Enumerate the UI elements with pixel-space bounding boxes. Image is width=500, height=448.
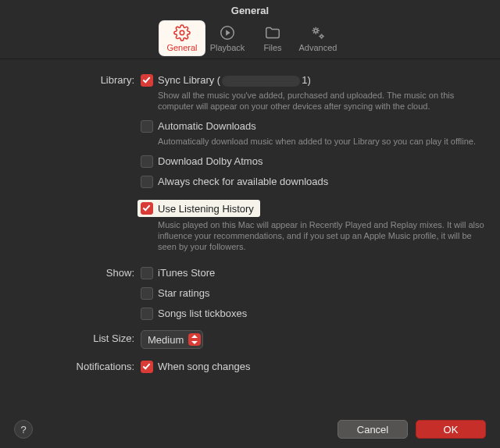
option-auto-downloads[interactable]: Automatic Downloads (141, 119, 484, 133)
stepper-icon (188, 333, 201, 346)
option-auto-downloads-desc: Automatically download music when added … (158, 136, 484, 147)
tab-files[interactable]: Files (250, 21, 295, 55)
option-listening-history-desc: Music played on this Mac will appear in … (158, 219, 484, 252)
option-sync-library-label: Sync Library (1) (158, 73, 311, 87)
option-sync-library[interactable]: Sync Library (1) (141, 73, 484, 87)
checkbox-star-ratings[interactable] (141, 287, 153, 300)
option-listening-history[interactable]: Use Listening History (138, 200, 260, 217)
gears-icon (309, 24, 327, 41)
preferences-toolbar: General Playback Files Advanced (0, 21, 500, 59)
label-list-size: List Size: (16, 330, 141, 347)
option-listening-history-label: Use Listening History (158, 203, 254, 215)
ok-button[interactable]: OK (416, 420, 486, 439)
svg-point-0 (180, 30, 184, 35)
option-star-ratings[interactable]: Star ratings (141, 286, 484, 300)
option-dolby-atmos[interactable]: Download Dolby Atmos (141, 155, 484, 169)
label-show: Show: (16, 266, 141, 280)
checkbox-auto-downloads[interactable] (141, 120, 153, 133)
option-songs-tickboxes[interactable]: Songs list tickboxes (141, 307, 484, 321)
option-sync-library-desc: Show all the music you've added, purchas… (158, 90, 484, 112)
help-button[interactable]: ? (14, 420, 33, 439)
tab-files-label: Files (250, 43, 295, 52)
redacted-id (222, 76, 300, 87)
option-auto-downloads-label: Automatic Downloads (158, 119, 256, 133)
gear-icon (173, 24, 191, 41)
option-songs-tickboxes-label: Songs list tickboxes (158, 307, 247, 321)
option-check-downloads-label: Always check for available downloads (158, 175, 328, 189)
folder-icon (264, 24, 281, 41)
option-check-downloads[interactable]: Always check for available downloads (141, 175, 484, 189)
window-title: General (0, 0, 500, 16)
checkbox-song-changes[interactable] (141, 361, 153, 373)
tab-advanced[interactable]: Advanced (295, 21, 341, 55)
option-itunes-store-label: iTunes Store (158, 266, 215, 280)
option-dolby-atmos-label: Download Dolby Atmos (158, 155, 262, 169)
svg-point-2 (314, 29, 317, 32)
option-itunes-store[interactable]: iTunes Store (141, 266, 484, 280)
checkbox-sync-library[interactable] (141, 74, 153, 87)
option-song-changes[interactable]: When song changes (141, 360, 484, 374)
label-library: Library: (16, 73, 141, 87)
checkbox-listening-history[interactable] (141, 202, 153, 215)
tab-general-label: General (159, 43, 205, 52)
tab-general[interactable]: General (159, 21, 205, 55)
label-notifications: Notifications: (16, 360, 141, 374)
cancel-button[interactable]: Cancel (338, 420, 408, 439)
checkbox-itunes-store[interactable] (141, 267, 153, 279)
play-circle-icon (219, 24, 236, 41)
tab-playback-label: Playback (205, 43, 250, 52)
svg-point-3 (320, 35, 323, 37)
checkbox-dolby-atmos[interactable] (141, 155, 153, 168)
select-list-size-value: Medium (148, 334, 184, 346)
checkbox-songs-tickboxes[interactable] (141, 308, 153, 320)
tab-advanced-label: Advanced (295, 43, 341, 52)
tab-playback[interactable]: Playback (205, 21, 250, 55)
option-song-changes-label: When song changes (158, 360, 251, 374)
checkbox-check-downloads[interactable] (141, 176, 153, 188)
option-star-ratings-label: Star ratings (158, 286, 209, 300)
select-list-size[interactable]: Medium (141, 330, 203, 349)
